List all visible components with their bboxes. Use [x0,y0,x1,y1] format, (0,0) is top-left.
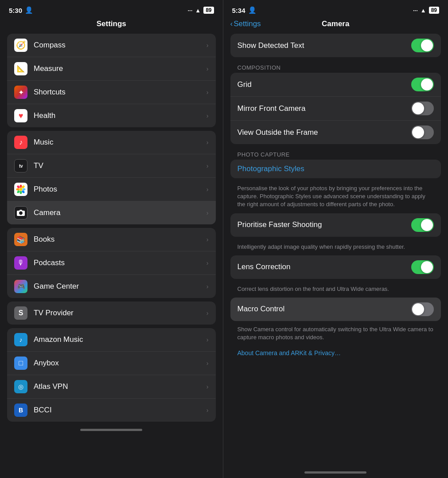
lens-correction-group: Lens Correction [230,255,441,279]
health-label: Health [34,111,206,120]
back-button[interactable]: ‹ Settings [230,20,261,28]
settings-row-amazonmusic[interactable]: ♪ Amazon Music › [7,328,216,352]
settings-row-compass[interactable]: 🧭 Compass › [7,34,216,57]
music-icon: ♪ [14,136,27,149]
photographic-styles-label: Photographic Styles [238,165,434,173]
anybox-icon: □ [14,357,27,370]
settings-row-camera[interactable]: Camera › [7,201,216,224]
settings-row-gamecenter[interactable]: 🎮 Game Center › [7,275,216,298]
svg-point-6 [21,185,25,188]
settings-row-health[interactable]: ♥ Health › [7,104,216,127]
anybox-label: Anybox [34,359,206,368]
camera-icon [14,206,27,219]
grid-row: Grid [230,73,441,97]
left-home-indicator [80,429,142,431]
left-wifi-icon: ▲ [195,7,201,14]
left-battery: 89 [203,7,214,14]
svg-point-3 [16,188,19,191]
composition-group: Grid Mirror Front Camera View Outside th… [230,73,441,144]
right-page-title: Camera [322,20,349,28]
photographic-styles-group: Photographic Styles [230,160,441,178]
camera-chevron: › [206,209,209,216]
grid-toggle[interactable] [411,78,434,91]
shortcuts-chevron: › [206,89,209,96]
left-person-icon: 👤 [25,6,33,14]
macro-control-row: Macro Control [230,298,441,321]
settings-row-shortcuts[interactable]: ✦ Shortcuts › [7,81,216,104]
books-label: Books [34,235,206,244]
podcasts-chevron: › [206,259,209,266]
prioritise-faster-shooting-group: Prioritise Faster Shooting [230,213,441,237]
lens-correction-toggle[interactable] [411,260,434,274]
settings-group-1: 🧭 Compass › 📐 Measure › ✦ Shortcuts › ♥ … [7,34,216,127]
show-detected-text-row: Show Detected Text [230,34,441,57]
settings-group-2: ♪ Music › tv TV › [7,131,216,224]
macro-control-knob [412,303,424,315]
left-status-right: ··· ▲ 89 [187,7,214,14]
settings-row-atlasvpn[interactable]: ◎ Atlas VPN › [7,375,216,399]
left-time: 5:30 [9,7,22,14]
prioritise-faster-shooting-label: Prioritise Faster Shooting [238,220,412,229]
show-detected-text-label: Show Detected Text [238,41,412,50]
about-camera-link[interactable]: About Camera and ARKit & Privacy… [230,346,441,362]
left-status-bar: 5:30 👤 ··· ▲ 89 [0,0,223,18]
prioritise-faster-shooting-toggle[interactable] [411,218,434,232]
grid-label: Grid [238,80,412,89]
amazonmusic-label: Amazon Music [34,335,206,344]
settings-row-tvprovider[interactable]: S TV Provider › [7,302,216,325]
mirror-front-camera-toggle[interactable] [411,102,434,115]
settings-row-measure[interactable]: 📐 Measure › [7,57,216,81]
tvprovider-chevron: › [206,310,209,317]
show-detected-text-toggle[interactable] [411,39,434,52]
composition-header: COMPOSITION [230,61,441,73]
photographic-styles-footer: Personalise the look of your photos by b… [230,182,441,213]
shortcuts-icon: ✦ [14,86,27,99]
left-status-left: 5:30 👤 [9,6,33,14]
svg-point-1 [20,185,22,188]
tvprovider-icon: S [14,306,27,320]
atlasvpn-icon: ◎ [14,380,27,393]
lens-correction-footer: Correct lens distortion on the front and… [230,282,441,298]
left-panel: 5:30 👤 ··· ▲ 89 Settings 🧭 Compass › 📐 M… [0,0,223,478]
settings-row-anybox[interactable]: □ Anybox › [7,352,216,375]
photo-capture-header: PHOTO CAPTURE [230,148,441,160]
right-panel: 5:34 👤 ··· ▲ 89 ‹ Settings Camera Show D… [223,0,448,478]
svg-point-0 [19,188,23,191]
settings-row-books[interactable]: 📚 Books › [7,228,216,251]
right-time: 5:34 [232,7,245,14]
macro-control-group: Macro Control [230,298,441,321]
view-outside-frame-row: View Outside the Frame [230,121,441,144]
prioritise-faster-shooting-row: Prioritise Faster Shooting [230,213,441,237]
view-outside-frame-toggle[interactable] [411,125,434,139]
settings-row-photos[interactable]: Photos › [7,178,216,201]
compass-chevron: › [206,42,209,49]
settings-row-tv[interactable]: tv TV › [7,154,216,178]
prioritise-faster-shooting-footer: Intelligently adapt image quality when r… [230,240,441,255]
gamecenter-icon: 🎮 [14,280,27,293]
settings-row-podcasts[interactable]: 🎙 Podcasts › [7,251,216,275]
camera-label: Camera [34,208,206,217]
settings-row-bcci[interactable]: B BCCI › [7,399,216,422]
macro-control-toggle[interactable] [411,302,434,316]
right-status-bar: 5:34 👤 ··· ▲ 89 [223,0,448,18]
view-outside-frame-label: View Outside the Frame [238,128,412,137]
books-icon: 📚 [14,233,27,246]
photographic-styles-row[interactable]: Photographic Styles [230,160,441,178]
podcasts-label: Podcasts [34,259,206,267]
settings-group-4: S TV Provider › [7,302,216,325]
mirror-front-camera-row: Mirror Front Camera [230,97,441,121]
left-dots-icon: ··· [187,7,192,14]
bcci-icon: B [14,404,27,417]
health-chevron: › [206,112,209,119]
settings-group-3: 📚 Books › 🎙 Podcasts › 🎮 Game Center › [7,228,216,298]
view-outside-frame-knob [412,126,424,138]
anybox-chevron: › [206,360,209,367]
lens-correction-label: Lens Correction [238,263,412,271]
bcci-label: BCCI [34,406,206,415]
bcci-chevron: › [206,407,209,414]
gamecenter-label: Game Center [34,282,206,291]
tv-label: TV [34,161,206,170]
settings-row-music[interactable]: ♪ Music › [7,131,216,154]
right-person-icon: 👤 [248,6,257,14]
amazonmusic-chevron: › [206,336,209,343]
